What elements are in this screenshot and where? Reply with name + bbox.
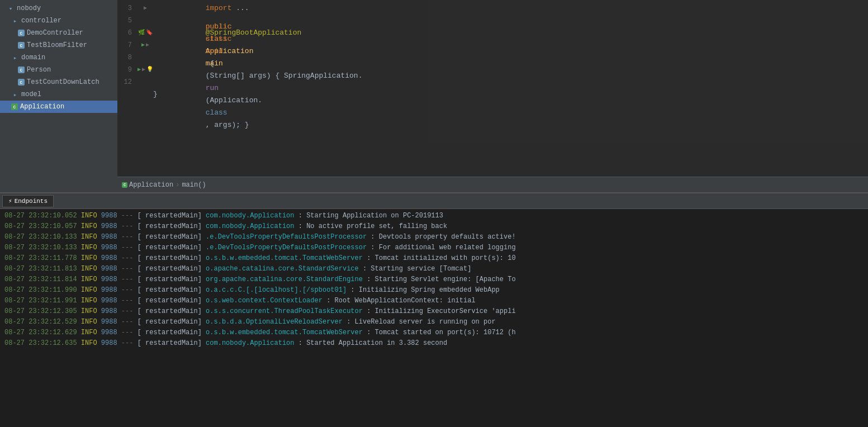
log-level: INFO (81, 307, 101, 315)
bottom-panel: ⚡ Endpoints 08-27 23:32:10.052 INFO 9988… (0, 192, 868, 427)
log-line-8: 08-27 23:32:11.991 INFO 9988 --- [ resta… (0, 296, 868, 307)
class-icon-blue: C (18, 67, 25, 73)
sidebar-item-nobody[interactable]: ▾ nobody (0, 2, 117, 15)
run-icon-9[interactable]: ▶ (137, 64, 141, 76)
breadcrumb-application[interactable]: C Application (122, 181, 173, 189)
method-main: main (206, 59, 223, 68)
log-line-12: 08-27 23:32:12.635 INFO 9988 --- [ resta… (0, 339, 868, 349)
log-message: : Tomcat initialized with port(s): 10 (363, 254, 516, 262)
log-area[interactable]: 08-27 23:32:10.052 INFO 9988 --- [ resta… (0, 209, 868, 427)
log-sep: --- (121, 307, 137, 315)
log-sep: --- (121, 265, 137, 273)
log-sep: --- (121, 339, 137, 347)
run-icon[interactable]: 🌿 (138, 27, 145, 39)
sidebar-item-democontroller[interactable]: C DemoController (0, 27, 117, 39)
line-number-3: 3 (117, 2, 137, 15)
log-level: INFO (81, 233, 101, 241)
line-number-12: 12 (117, 76, 137, 88)
log-logger: o.apache.catalina.core.StandardService (206, 265, 359, 273)
sidebar-item-model[interactable]: ▸ model (0, 88, 117, 101)
sidebar-item-testbloomfilter[interactable]: C TestBloomFilter (0, 39, 117, 51)
log-timestamp: 08-27 23:32:11.990 (4, 286, 81, 294)
log-level: INFO (81, 339, 101, 347)
log-sep: --- (121, 212, 137, 220)
code-line-9: 9 ▶ ▶ 💡 public static void main (String[… (117, 64, 868, 76)
log-logger: .e.DevToolsPropertyDefaultsPostProcessor (206, 233, 367, 241)
kw-void-9: void (206, 47, 227, 55)
log-message: : Started Application in 3.382 second (295, 339, 448, 347)
log-thread: [ restartedMain] (137, 276, 206, 283)
line-number-5: 5 (117, 15, 137, 27)
log-pid: 9988 (101, 233, 121, 241)
bookmark-icon[interactable]: 🔖 (146, 27, 153, 39)
log-logger: .e.DevToolsPropertyDefaultsPostProcessor (206, 244, 367, 252)
log-sep: --- (121, 286, 137, 294)
sidebar-item-domain[interactable]: ▸ domain (0, 51, 117, 64)
log-pid: 9988 (101, 339, 121, 347)
log-level: INFO (81, 265, 101, 273)
log-message: : Initializing ExecutorService 'appli (363, 307, 516, 315)
fold-icon[interactable]: ▶ (144, 2, 147, 15)
line-number-9: 9 (117, 64, 137, 76)
line-number-8: 8 (117, 51, 137, 64)
log-logger: com.nobody.Application (206, 212, 294, 220)
log-level: INFO (81, 212, 101, 220)
log-line-5: 08-27 23:32:11.813 INFO 9988 --- [ resta… (0, 264, 868, 275)
log-level: INFO (81, 329, 101, 336)
log-message: : Starting Servlet engine: [Apache To (363, 276, 516, 283)
log-message: : Root WebApplicationContext: initial (322, 297, 476, 305)
breadcrumb-main[interactable]: main() (182, 181, 206, 189)
log-message: : Initializing Spring embedded WebApp (347, 286, 500, 294)
log-timestamp: 08-27 23:32:11.991 (4, 297, 81, 305)
kw-static-9: static (206, 35, 236, 43)
log-line-1: 08-27 23:32:10.057 INFO 9988 --- [ resta… (0, 222, 868, 233)
class-icon-green: C (11, 103, 18, 110)
sidebar-item-person[interactable]: C Person (0, 64, 117, 76)
log-sep: --- (121, 254, 137, 262)
class-icon-blue: C (18, 79, 25, 86)
log-pid: 9988 (101, 212, 121, 220)
log-timestamp: 08-27 23:32:10.133 (4, 244, 81, 252)
code-editor[interactable]: 3 ▶ import ... 5 6 (117, 0, 868, 177)
log-thread: [ restartedMain] (137, 286, 206, 294)
class-icon-breadcrumb: C (122, 182, 127, 188)
sidebar-label-model: model (21, 91, 41, 98)
class-icon-blue: C (18, 42, 25, 49)
line-content-close: } (153, 88, 868, 101)
log-sep: --- (121, 222, 137, 230)
run-args-close: , args); } (206, 121, 249, 129)
log-timestamp: 08-27 23:32:11.813 (4, 265, 81, 273)
log-pid: 9988 (101, 318, 121, 326)
code-area: 3 ▶ import ... 5 6 (117, 0, 868, 192)
line-content-9: public static void main (String[] args) … (153, 0, 868, 144)
fold-icon-7[interactable]: ▶ (146, 39, 149, 51)
log-message: : For additional web related logging (367, 244, 515, 252)
log-thread: [ restartedMain] (137, 318, 206, 326)
log-message: : No active profile set, falling back (295, 222, 448, 230)
log-logger: o.s.b.w.embedded.tomcat.TomcatWebServer (206, 254, 363, 262)
line-content-12 (153, 76, 868, 88)
log-thread: [ restartedMain] (137, 307, 206, 315)
line-number-6: 6 (117, 27, 137, 39)
log-logger: o.s.b.w.embedded.tomcat.TomcatWebServer (206, 329, 363, 336)
log-level: INFO (81, 244, 101, 252)
log-timestamp: 08-27 23:32:10.057 (4, 222, 81, 230)
indent-9 (206, 10, 223, 18)
sidebar-item-controller[interactable]: ▸ controller (0, 15, 117, 27)
sidebar-item-application[interactable]: C Application (0, 101, 117, 113)
sidebar-label-person: Person (27, 66, 51, 74)
line-gutter-6: 🌿 🔖 (137, 27, 153, 39)
sidebar-item-testcountdownlatch[interactable]: C TestCountDownLatch (0, 76, 117, 88)
log-pid: 9988 (101, 329, 121, 336)
log-sep: --- (121, 318, 137, 326)
sidebar-label-nobody: nobody (17, 4, 41, 12)
sidebar-label-application: Application (20, 103, 64, 111)
run-icon-7[interactable]: ▶ (141, 39, 145, 51)
tab-label-endpoints: Endpoints (15, 198, 48, 205)
tab-endpoints[interactable]: ⚡ Endpoints (2, 195, 54, 207)
fold-icon-9[interactable]: ▶ (142, 64, 145, 76)
bulb-icon-9[interactable]: 💡 (146, 64, 153, 76)
kw-public-9: public (206, 22, 236, 31)
log-level: INFO (81, 297, 101, 305)
line-gutter-9: ▶ ▶ 💡 (137, 64, 153, 76)
